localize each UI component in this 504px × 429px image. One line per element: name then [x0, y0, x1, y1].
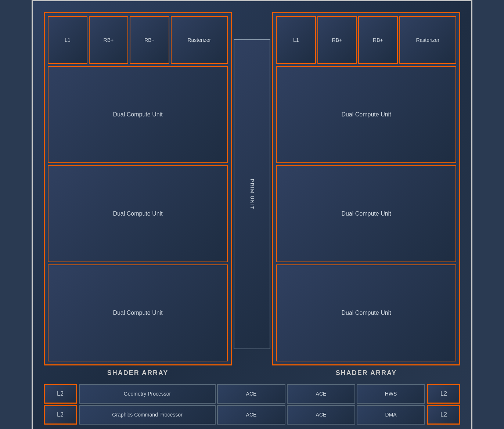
middle-blocks: Geometry Processor Graphics Command Proc… [79, 384, 425, 425]
ace-2-top: ACE [287, 384, 355, 404]
middle-col-2: ACE ACE [217, 384, 285, 425]
left-dcu-1: Dual Compute Unit [48, 66, 228, 163]
left-rb-unit-2: RB+ [130, 16, 169, 64]
right-dcu-1: Dual Compute Unit [276, 66, 456, 163]
middle-col-3: ACE ACE [287, 384, 355, 425]
right-rb-unit-2: RB+ [358, 16, 398, 64]
bottom-section: L2 L2 Geometry Processor Graphics Comman… [44, 384, 460, 425]
top-section: L1 RB+ RB+ Rasterizer Dual Compute Unit [44, 12, 460, 377]
prim-unit: PRIM UNIT [234, 39, 270, 349]
right-dcu-3: Dual Compute Unit [276, 264, 456, 361]
ace-1-bottom: ACE [217, 405, 285, 425]
right-dcu-2: Dual Compute Unit [276, 165, 456, 262]
left-rasterizer-unit: Rasterizer [171, 16, 228, 64]
right-l2-top: L2 [427, 384, 460, 404]
ace-1-top: ACE [217, 384, 285, 404]
left-top-row: L1 RB+ RB+ Rasterizer [48, 16, 228, 64]
geometry-processor: Geometry Processor [79, 384, 216, 404]
main-container: L1 RB+ RB+ Rasterizer Dual Compute Unit [32, 0, 472, 429]
middle-col-4: HWS DMA [357, 384, 425, 425]
shader-array-right: L1 RB+ RB+ Rasterizer Dual Compute Unit [272, 12, 460, 365]
right-top-row: L1 RB+ RB+ Rasterizer [276, 16, 456, 64]
dma-unit: DMA [357, 405, 425, 425]
right-l1-unit: L1 [276, 16, 316, 64]
prim-unit-wrapper: PRIM UNIT [234, 12, 270, 377]
right-shader-array-label: SHADER ARRAY [336, 365, 397, 377]
shader-array-left: L1 RB+ RB+ Rasterizer Dual Compute Unit [44, 12, 232, 365]
shader-array-left-wrapper: L1 RB+ RB+ Rasterizer Dual Compute Unit [44, 12, 232, 377]
left-rb-unit-1: RB+ [89, 16, 129, 64]
shader-array-right-wrapper: L1 RB+ RB+ Rasterizer Dual Compute Unit [272, 12, 460, 377]
right-l2-group: L2 L2 [427, 384, 460, 425]
ace-2-bottom: ACE [287, 405, 355, 425]
left-shader-array-label: SHADER ARRAY [107, 365, 169, 377]
middle-col-1: Geometry Processor Graphics Command Proc… [79, 384, 216, 425]
left-l2-group: L2 L2 [44, 384, 77, 425]
right-rb-unit-1: RB+ [317, 16, 357, 64]
right-rasterizer-unit: Rasterizer [399, 16, 456, 64]
left-dcu-3: Dual Compute Unit [48, 264, 228, 361]
right-l2-bottom: L2 [427, 405, 460, 425]
left-l2-top: L2 [44, 384, 77, 404]
left-l1-unit: L1 [48, 16, 87, 64]
graphics-command-processor: Graphics Command Processor [79, 405, 216, 425]
left-l2-bottom: L2 [44, 405, 77, 425]
left-dcu-2: Dual Compute Unit [48, 165, 228, 262]
hws-unit: HWS [357, 384, 425, 404]
